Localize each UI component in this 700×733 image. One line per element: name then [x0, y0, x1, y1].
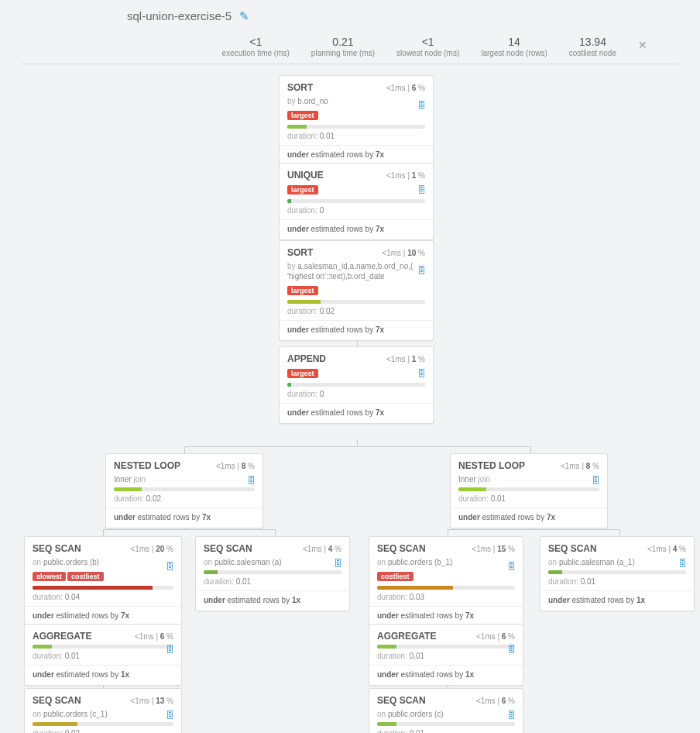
- largest-badge: largest: [287, 286, 318, 295]
- largest-badge: largest: [287, 111, 318, 120]
- largest-badge: largest: [287, 185, 318, 194]
- database-icon[interactable]: 🗄: [592, 476, 600, 485]
- duration-bar: [33, 645, 173, 649]
- node-sort-1[interactable]: SORT<1ms | 6 % by b.ord_no largest 🗄 dur…: [279, 75, 434, 166]
- node-aggregate-1[interactable]: AGGREGATE<1ms | 6 % 🗄 duration: 0.01 und…: [24, 624, 182, 686]
- database-icon[interactable]: 🗄: [166, 645, 174, 654]
- duration-bar: [377, 645, 515, 649]
- connector: [184, 446, 531, 447]
- stat-large: 14largest node (rows): [481, 36, 547, 57]
- database-icon[interactable]: 🗄: [417, 101, 426, 110]
- database-icon[interactable]: 🗄: [417, 369, 426, 378]
- stat-exec: <1execution time (ms): [222, 36, 290, 57]
- costliest-badge: costliest: [67, 572, 104, 581]
- duration-bar: [287, 125, 425, 129]
- database-icon[interactable]: 🗄: [247, 476, 256, 485]
- database-icon[interactable]: 🗄: [417, 185, 426, 194]
- duration-bar: [287, 199, 425, 203]
- database-icon[interactable]: 🗄: [417, 266, 426, 275]
- duration-bar: [204, 570, 341, 574]
- connector: [103, 529, 275, 530]
- title-text: sql-union-exercise-5: [127, 9, 232, 22]
- duration-bar: [548, 570, 686, 574]
- duration-bar: [114, 487, 255, 491]
- page-title: sql-union-exercise-5 ✎: [0, 0, 700, 23]
- close-icon[interactable]: ✕: [638, 39, 647, 51]
- duration-bar: [377, 722, 515, 726]
- node-seqscan-orders-c1[interactable]: SEQ SCAN<1ms | 13 % on public.orders (c_…: [24, 688, 182, 733]
- node-aggregate-2[interactable]: AGGREGATE<1ms | 6 % 🗄 duration: 0.01 und…: [369, 624, 523, 686]
- duration-bar: [458, 487, 599, 491]
- database-icon[interactable]: 🗄: [334, 559, 342, 568]
- database-icon[interactable]: 🗄: [166, 562, 174, 571]
- node-seqscan-orders-b1[interactable]: SEQ SCAN<1ms | 15 % on public.orders (b_…: [369, 536, 523, 627]
- duration-bar: [287, 383, 425, 387]
- node-nested-loop-1[interactable]: NESTED LOOP<1ms | 8 % Inner join 🗄 durat…: [105, 453, 263, 528]
- duration-bar: [377, 586, 515, 590]
- database-icon[interactable]: 🗄: [678, 559, 687, 568]
- stat-slow: <1slowest node (ms): [396, 36, 459, 57]
- node-seqscan-orders-b[interactable]: SEQ SCAN<1ms | 20 % on public.orders (b)…: [24, 536, 182, 627]
- database-icon[interactable]: 🗄: [507, 711, 516, 720]
- node-seqscan-salesman-a1[interactable]: SEQ SCAN<1ms | 4 % on public.salesman (a…: [540, 536, 695, 611]
- duration-bar: [287, 300, 425, 304]
- stats-bar: <1execution time (ms) 0.21planning time …: [22, 28, 678, 64]
- database-icon[interactable]: 🗄: [166, 711, 174, 720]
- plan-canvas: SORT<1ms | 6 % by b.ord_no largest 🗄 dur…: [0, 64, 700, 733]
- node-unique[interactable]: UNIQUE<1ms | 1 % largest 🗄 duration: 0 u…: [279, 163, 434, 240]
- largest-badge: largest: [287, 369, 318, 378]
- edit-icon[interactable]: ✎: [239, 9, 249, 22]
- costliest-badge: costliest: [377, 572, 413, 581]
- database-icon[interactable]: 🗄: [507, 645, 516, 654]
- node-append[interactable]: APPEND<1ms | 1 % largest 🗄 duration: 0 u…: [279, 346, 434, 424]
- stat-cost: 13.94costliest node: [569, 36, 616, 57]
- node-sort-2[interactable]: SORT<1ms | 10 % by a.salesman_id,a.name,…: [279, 240, 434, 341]
- duration-bar: [33, 722, 173, 726]
- node-seqscan-orders-c[interactable]: SEQ SCAN<1ms | 6 % on public.orders (c) …: [369, 688, 523, 733]
- duration-bar: [33, 586, 173, 590]
- database-icon[interactable]: 🗄: [507, 562, 516, 571]
- stat-plan: 0.21planning time (ms): [311, 36, 375, 57]
- node-nested-loop-2[interactable]: NESTED LOOP<1ms | 8 % Inner join 🗄 durat…: [450, 453, 608, 528]
- connector: [357, 440, 358, 446]
- slowest-badge: slowest: [33, 572, 66, 581]
- node-seqscan-salesman-a[interactable]: SEQ SCAN<1ms | 4 % on public.salesman (a…: [195, 536, 350, 611]
- connector: [448, 529, 619, 530]
